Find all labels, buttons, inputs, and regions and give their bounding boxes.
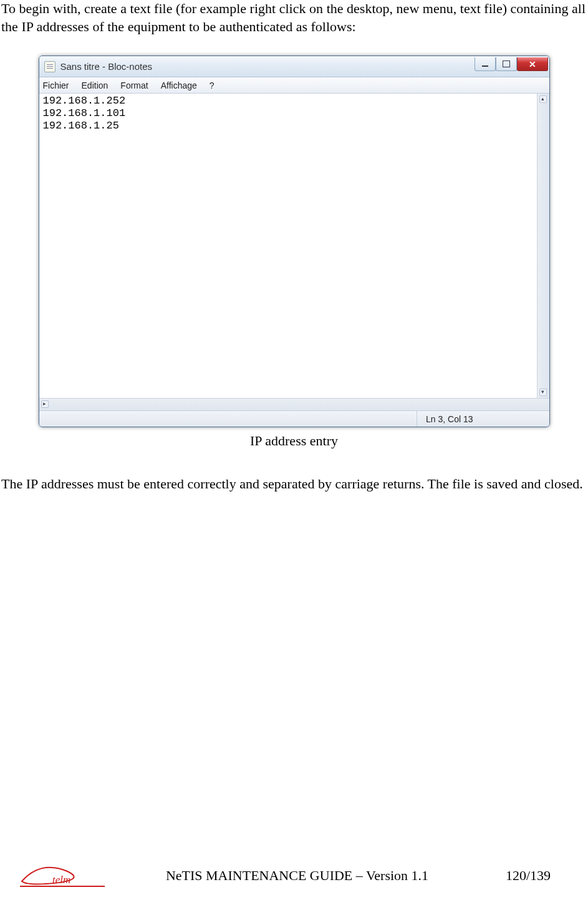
- figure-notepad: Sans titre - Bloc-notes ✕ Fichier Editio…: [0, 56, 588, 450]
- menu-edit[interactable]: Edition: [82, 80, 108, 91]
- cursor-position: Ln 3, Col 13: [417, 411, 482, 427]
- notepad-textarea[interactable]: 192.168.1.252 192.168.1.101 192.168.1.25: [39, 94, 537, 398]
- notepad-icon: [44, 61, 55, 72]
- close-button[interactable]: ✕: [517, 57, 548, 71]
- menu-file[interactable]: Fichier: [43, 80, 69, 91]
- minimize-button[interactable]: [475, 57, 496, 71]
- scroll-right-icon[interactable]: ▸: [41, 400, 49, 408]
- horizontal-scrollbar[interactable]: ◂ ▸: [39, 398, 549, 410]
- brand-logo: telm: [19, 860, 106, 891]
- closing-paragraph: The IP addresses must be entered correct…: [0, 475, 588, 493]
- notepad-titlebar[interactable]: Sans titre - Bloc-notes ✕: [39, 56, 549, 77]
- page-footer: telm NeTIS MAINTENANCE GUIDE – Version 1…: [0, 860, 588, 891]
- scroll-up-icon[interactable]: ▴: [539, 95, 547, 103]
- figure-caption: IP address entry: [250, 432, 338, 450]
- intro-paragraph: To begin with, create a text file (for e…: [0, 0, 588, 36]
- notepad-window: Sans titre - Bloc-notes ✕ Fichier Editio…: [39, 56, 550, 427]
- footer-page-number: 120/139: [476, 867, 551, 885]
- notepad-statusbar: Ln 3, Col 13: [39, 410, 549, 427]
- maximize-button[interactable]: [496, 57, 517, 71]
- scroll-down-icon[interactable]: ▾: [539, 389, 547, 396]
- window-controls: ✕: [475, 56, 548, 71]
- footer-doc-title: NeTIS MAINTENANCE GUIDE – Version 1.1: [118, 867, 476, 885]
- logo-text: telm: [52, 874, 70, 886]
- menu-format[interactable]: Format: [120, 80, 148, 91]
- menu-help[interactable]: ?: [210, 80, 214, 91]
- menu-view[interactable]: Affichage: [161, 80, 197, 91]
- notepad-title: Sans titre - Bloc-notes: [60, 61, 153, 73]
- notepad-menubar: Fichier Edition Format Affichage ?: [39, 77, 549, 94]
- notepad-body: 192.168.1.252 192.168.1.101 192.168.1.25…: [39, 94, 549, 398]
- vertical-scrollbar[interactable]: ▴ ▾: [537, 94, 549, 398]
